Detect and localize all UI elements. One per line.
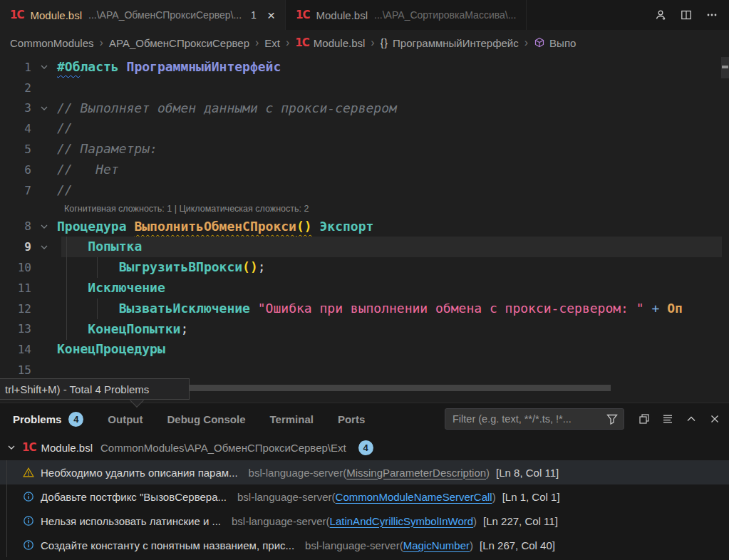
- problem-rule-link[interactable]: LatinAndCyrillicSymbolInWord: [330, 515, 473, 527]
- problem-source-suffix: ): [492, 491, 496, 503]
- panel-tab-problems[interactable]: Problems4: [13, 412, 83, 427]
- problem-rule-link[interactable]: MagicNumber: [403, 539, 470, 551]
- code-line[interactable]: 12 ВызватьИсключение "Ошибка при выполне…: [0, 299, 729, 319]
- 1c-logo-icon: 1С: [295, 36, 309, 49]
- code-token: Попытка: [88, 239, 142, 254]
- tab-path: ...\АРА_ОбменСПроксиСервер\...: [88, 9, 242, 21]
- 1c-logo-icon: 1С: [296, 9, 309, 21]
- problem-message: Создайте константу с понятным названием,…: [41, 539, 294, 551]
- code-line[interactable]: 2: [0, 78, 729, 98]
- overview-ruler-mark: [722, 66, 728, 68]
- breadcrumb-item[interactable]: 1СModule.bsl: [295, 36, 365, 49]
- panel-tab-terminal[interactable]: Terminal: [270, 413, 314, 425]
- fold-chevron-icon[interactable]: [31, 104, 57, 113]
- line-number[interactable]: 1: [0, 61, 31, 74]
- line-number[interactable]: 10: [0, 261, 31, 274]
- problem-source: bsl-language-server(CommonModuleNameServ…: [237, 491, 496, 503]
- code-line[interactable]: 1#Область ПрограммныйИнтерфейс: [0, 57, 729, 78]
- fold-chevron-icon[interactable]: [31, 63, 57, 71]
- problem-source: bsl-language-server(MissingParameterDesc…: [249, 467, 490, 479]
- fold-chevron-icon[interactable]: [31, 222, 57, 231]
- breadcrumb-item[interactable]: {}ПрограммныйИнтерфейс: [381, 37, 519, 49]
- problem-rule-link[interactable]: CommonModuleNameServerCall: [336, 491, 492, 503]
- braces-icon: {}: [381, 37, 388, 48]
- panel-controls: [445, 408, 720, 430]
- problems-file-group[interactable]: 1С Module.bsl CommonModules\АРА_ОбменСПр…: [0, 435, 729, 460]
- filter-icon[interactable]: [606, 413, 618, 425]
- line-number[interactable]: 11: [0, 281, 31, 295]
- code-token: ВыгрузитьВПрокси: [119, 259, 242, 274]
- code-line[interactable]: 15: [0, 360, 729, 380]
- line-number[interactable]: 6: [0, 163, 31, 177]
- breadcrumb-label: Ext: [264, 37, 280, 49]
- editor-tab[interactable]: 1СModule.bsl...\АРА_СортировкаМассива\..…: [286, 0, 527, 30]
- code-line[interactable]: 6// Нет: [0, 160, 729, 180]
- code-line[interactable]: 10 ВыгрузитьВПрокси();: [0, 257, 729, 278]
- line-number[interactable]: 3: [0, 101, 31, 115]
- code-line[interactable]: 7//: [0, 180, 729, 201]
- panel-tab-debug-console[interactable]: Debug Console: [167, 413, 246, 425]
- code-line[interactable]: 5// Параметры:: [0, 139, 729, 160]
- line-number[interactable]: 7: [0, 184, 31, 197]
- code-token: // Выполняет обмен данными с прокси-серв…: [57, 100, 397, 115]
- panel-header: Problems4OutputDebug ConsoleTerminalPort…: [0, 403, 729, 435]
- problems-filter[interactable]: [445, 408, 624, 430]
- titlebar-actions: [643, 0, 729, 30]
- panel-tab-output[interactable]: Output: [108, 413, 143, 425]
- breadcrumb-item[interactable]: Ext: [264, 37, 280, 49]
- tab-bar: 1СModule.bsl...\АРА_ОбменСПроксиСервер\.…: [0, 0, 729, 30]
- copy-icon[interactable]: [638, 413, 650, 425]
- line-number[interactable]: 9: [0, 240, 31, 254]
- breadcrumb-item[interactable]: АРА_ОбменСПроксиСервер: [109, 37, 249, 49]
- line-number[interactable]: 12: [0, 302, 31, 316]
- code-token: Процедура: [57, 219, 134, 234]
- split-editor-icon[interactable]: [681, 9, 692, 21]
- code-line[interactable]: 11 Исключение: [0, 278, 729, 299]
- code-line[interactable]: 14КонецПроцедуры: [0, 339, 729, 360]
- code-editor[interactable]: 1#Область ПрограммныйИнтерфейс23// Выпол…: [0, 56, 729, 403]
- code-line[interactable]: 8Процедура ВыполнитьОбменСПрокси() Экспо…: [0, 217, 729, 237]
- code-token: ;: [258, 259, 266, 274]
- code-token: [57, 239, 88, 254]
- code-token: (): [296, 219, 312, 234]
- line-number[interactable]: 14: [0, 343, 31, 356]
- line-number[interactable]: 13: [0, 322, 31, 336]
- breadcrumb-item[interactable]: Выпо: [534, 37, 576, 49]
- list-icon[interactable]: [662, 413, 673, 425]
- chevron-up-icon[interactable]: [686, 413, 697, 425]
- breadcrumb-label: АРА_ОбменСПроксиСервер: [109, 37, 249, 49]
- close-icon[interactable]: [709, 413, 720, 425]
- 1c-logo-icon: 1С: [22, 441, 36, 454]
- close-icon[interactable]: ×: [267, 9, 275, 22]
- editor-tab[interactable]: 1СModule.bsl...\АРА_ОбменСПроксиСервер\.…: [0, 0, 286, 30]
- account-icon[interactable]: [655, 9, 666, 21]
- line-number[interactable]: 8: [0, 219, 31, 233]
- code-token: (): [242, 259, 258, 274]
- code-token: ПрограммныйИнтерфейс: [127, 59, 281, 74]
- warning-icon: [23, 467, 34, 478]
- codelens-complexity[interactable]: Когнитивная сложность: 1 | Цикломатическ…: [0, 201, 729, 217]
- problem-row[interactable]: Необходимо удалить описания парам...bsl-…: [0, 460, 729, 484]
- code-token: //: [57, 182, 73, 197]
- filter-input[interactable]: [451, 413, 602, 425]
- more-icon[interactable]: [706, 9, 718, 21]
- fold-chevron-icon[interactable]: [31, 243, 57, 252]
- problem-rule-link[interactable]: MissingParameterDescription: [346, 467, 486, 479]
- problem-source: bsl-language-server(LatinAndCyrillicSymb…: [232, 515, 477, 527]
- problem-row[interactable]: Создайте константу с понятным названием,…: [0, 533, 729, 557]
- line-number[interactable]: 4: [0, 122, 31, 135]
- problem-row[interactable]: Нельзя использовать латинские и ...bsl-l…: [0, 509, 729, 533]
- line-number[interactable]: 5: [0, 142, 31, 156]
- code-line[interactable]: 4//: [0, 118, 729, 139]
- panel-tabs: Problems4OutputDebug ConsoleTerminalPort…: [13, 412, 365, 427]
- code-line[interactable]: 3// Выполняет обмен данными с прокси-сер…: [0, 98, 729, 119]
- code-line[interactable]: 9 Попытка: [0, 237, 729, 257]
- breadcrumb-item[interactable]: CommonModules: [10, 37, 94, 49]
- chevron-down-icon[interactable]: [6, 442, 17, 453]
- panel-tab-ports[interactable]: Ports: [338, 413, 365, 425]
- chevron-right-icon: ›: [371, 36, 374, 49]
- problem-row[interactable]: Добавьте постфикс "ВызовСервера...bsl-la…: [0, 484, 729, 509]
- line-number[interactable]: 15: [0, 363, 31, 377]
- line-number[interactable]: 2: [0, 81, 31, 95]
- code-line[interactable]: 13 КонецПопытки;: [0, 319, 729, 340]
